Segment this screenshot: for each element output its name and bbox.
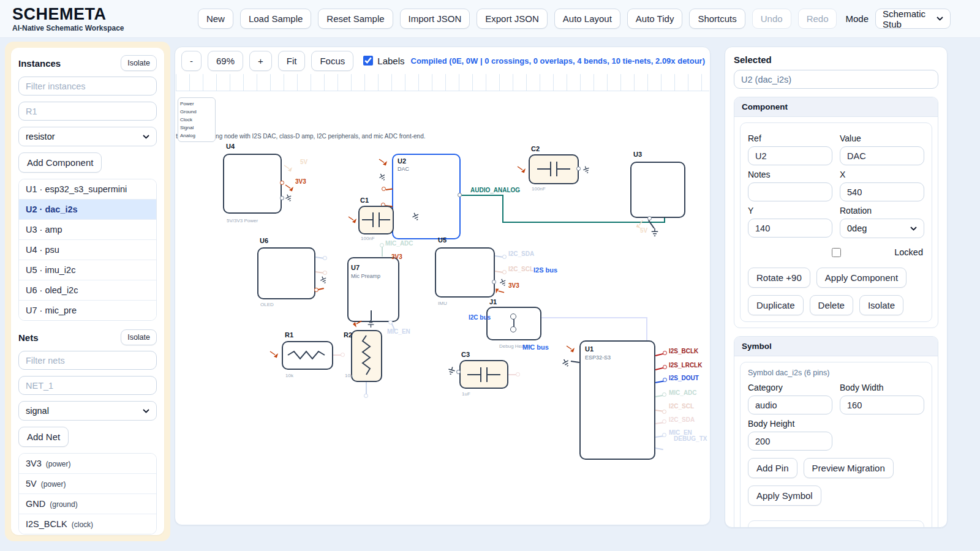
net-label-mic-bus: MIC bus [522, 343, 549, 351]
add-pin-button[interactable]: Add Pin [748, 458, 797, 478]
component-u3[interactable] [630, 162, 685, 218]
rotate-90-button[interactable]: Rotate +90 [748, 268, 810, 288]
pin-side-select[interactable] [796, 527, 804, 528]
notes-label: Notes [748, 170, 832, 179]
shortcuts-button[interactable]: Shortcuts [689, 9, 745, 29]
undo-button[interactable]: Undo [752, 9, 791, 29]
pin-row-1: Up Down Remove [748, 521, 924, 528]
power-arrow-icon [494, 286, 506, 298]
auto-layout-button[interactable]: Auto Layout [554, 9, 620, 29]
pin-number-input[interactable] [775, 527, 791, 528]
net-label-audio-analog: AUDIO_ANALOG [470, 187, 520, 193]
load-sample-button[interactable]: Load Sample [240, 9, 311, 29]
instances-isolate-button[interactable]: Isolate [121, 55, 157, 71]
grid-strip [176, 74, 709, 91]
duplicate-button[interactable]: Duplicate [748, 295, 804, 315]
instance-item-u2[interactable]: U2 · dac_i2s [19, 200, 156, 220]
zoom-in-button[interactable]: + [249, 51, 272, 71]
x-label: X [840, 170, 924, 179]
instance-ref-input[interactable] [18, 102, 157, 121]
component-u6[interactable] [257, 247, 315, 299]
instance-item-u7[interactable]: U7 · mic_pre [19, 301, 156, 320]
redo-button[interactable]: Redo [798, 9, 837, 29]
pin-down-button[interactable]: Down [865, 528, 898, 528]
net-item-i2s-bclk[interactable]: I2S_BCLK (clock) [19, 514, 156, 534]
labels-toggle[interactable]: Labels [363, 56, 404, 66]
instance-item-u5[interactable]: U5 · imu_i2c [19, 260, 156, 280]
notes-input[interactable] [748, 182, 832, 201]
labels-checkbox[interactable] [363, 56, 373, 66]
net-item-3v3[interactable]: 3V3 (power) [19, 454, 156, 474]
wire-audio-analog [502, 195, 503, 223]
net-name: I2S_BCLK [26, 519, 67, 529]
app-header: SCHEMETA AI-Native Schematic Workspace N… [0, 0, 980, 38]
net-filter-input[interactable] [18, 351, 157, 370]
category-input[interactable] [748, 395, 832, 414]
x-input[interactable] [840, 182, 924, 201]
symbol-section: Symbol Symbol dac_i2s (6 pins) Category … [734, 336, 938, 528]
ground-icon [377, 172, 388, 183]
component-u4[interactable] [223, 154, 282, 214]
import-json-button[interactable]: Import JSON [400, 9, 470, 29]
preview-migration-button[interactable]: Preview Migration [804, 458, 894, 478]
selected-input[interactable] [734, 70, 938, 89]
net-name-input[interactable] [18, 376, 157, 395]
wire-debug [541, 317, 646, 318]
component-caption-u6: OLED [260, 302, 274, 307]
apply-symbol-button[interactable]: Apply Symbol [748, 485, 821, 506]
instance-item-u3[interactable]: U3 · amp [19, 220, 156, 240]
schematic-viewport[interactable]: Power Ground Clock Signal Analog rt audi… [176, 74, 709, 524]
ground-icon [650, 228, 659, 237]
net-label-i2c-scl-u5: I2C_SCL [508, 266, 533, 272]
focus-button[interactable]: Focus [311, 51, 353, 71]
pin-up-button[interactable]: Up [837, 528, 861, 528]
rotation-select[interactable]: 0deg [840, 219, 924, 238]
value-label: Value [840, 133, 924, 143]
instance-filter-input[interactable] [18, 77, 157, 96]
auto-tidy-button[interactable]: Auto Tidy [627, 9, 683, 29]
legend-clock: Clock [180, 116, 213, 124]
chevron-down-icon [937, 17, 943, 21]
compile-status: Compiled (0E, 0W | 0 crossings, 0 overla… [411, 56, 705, 66]
component-u5[interactable] [435, 247, 495, 298]
ref-input[interactable] [748, 146, 832, 165]
add-net-button[interactable]: Add Net [18, 427, 69, 447]
mode-select[interactable]: Schematic Stub [875, 9, 951, 29]
pin-kind-select[interactable] [825, 527, 833, 528]
selected-title: Selected [734, 54, 938, 65]
instance-item-u6[interactable]: U6 · oled_i2c [19, 280, 156, 301]
left-sidebar-card: Instances Isolate resistor Add Component… [11, 48, 164, 535]
chevron-down-icon [143, 409, 149, 413]
legend-analog: Analog [180, 132, 213, 140]
net-item-gnd[interactable]: GND (ground) [19, 494, 156, 514]
body-width-input[interactable] [840, 395, 924, 414]
body-height-input[interactable] [748, 432, 832, 451]
net-item-5v[interactable]: 5V (power) [19, 474, 156, 494]
instance-item-u4[interactable]: U4 · psu [19, 240, 156, 260]
ground-icon [318, 275, 329, 285]
pin-order-input[interactable] [808, 527, 821, 528]
net-name: 3V3 [26, 459, 42, 468]
pin-name-input[interactable] [754, 527, 771, 528]
zoom-level-button[interactable]: 69% [208, 51, 243, 71]
net-type-select[interactable]: signal [18, 401, 157, 421]
y-input[interactable] [748, 219, 832, 238]
instance-item-u1[interactable]: U1 · esp32_s3_supermini [19, 179, 156, 200]
value-input[interactable] [840, 146, 924, 165]
pin-remove-button[interactable]: Remove [902, 528, 924, 528]
power-arrow-icon [347, 215, 357, 223]
apply-component-button[interactable]: Apply Component [816, 268, 907, 288]
zoom-out-button[interactable]: - [181, 51, 202, 71]
isolate-button[interactable]: Isolate [859, 295, 903, 315]
new-button[interactable]: New [198, 9, 233, 29]
delete-button[interactable]: Delete [810, 295, 853, 315]
locked-checkbox[interactable] [832, 248, 841, 257]
net-label-5v-u3: 5V [640, 227, 647, 234]
nets-isolate-button[interactable]: Isolate [121, 329, 157, 345]
instance-type-select[interactable]: resistor [18, 127, 157, 146]
reset-sample-button[interactable]: Reset Sample [318, 9, 393, 29]
fit-button[interactable]: Fit [278, 51, 306, 71]
add-component-button[interactable]: Add Component [18, 152, 102, 173]
symbol-summary: Symbol dac_i2s (6 pins) [748, 369, 924, 377]
export-json-button[interactable]: Export JSON [477, 9, 548, 29]
